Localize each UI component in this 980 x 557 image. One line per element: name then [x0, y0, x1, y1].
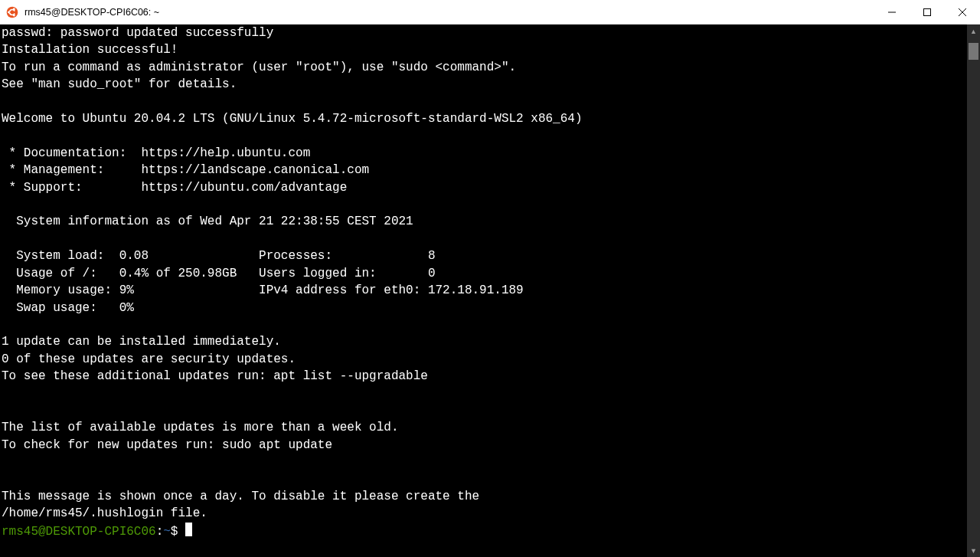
ubuntu-icon — [6, 6, 18, 18]
prompt-path: ~ — [163, 525, 171, 539]
window-title: rms45@DESKTOP-CPI6C06: ~ — [24, 7, 874, 18]
cursor — [185, 523, 192, 536]
scrollbar[interactable]: ▲ ▼ — [967, 25, 980, 557]
scroll-down-arrow-icon[interactable]: ▼ — [967, 544, 980, 557]
close-button[interactable] — [945, 0, 980, 25]
scroll-up-arrow-icon[interactable]: ▲ — [967, 25, 980, 38]
minimize-button[interactable] — [874, 0, 910, 25]
svg-rect-4 — [924, 9, 931, 16]
window-controls — [874, 0, 980, 24]
maximize-button[interactable] — [910, 0, 945, 25]
terminal-area: passwd: password updated successfully In… — [0, 25, 980, 557]
window-titlebar: rms45@DESKTOP-CPI6C06: ~ — [0, 0, 980, 25]
scroll-thumb[interactable] — [969, 43, 978, 60]
prompt-user-host: rms45@DESKTOP-CPI6C06 — [2, 525, 156, 539]
scroll-track[interactable] — [967, 38, 980, 544]
terminal-output[interactable]: passwd: password updated successfully In… — [0, 25, 967, 557]
